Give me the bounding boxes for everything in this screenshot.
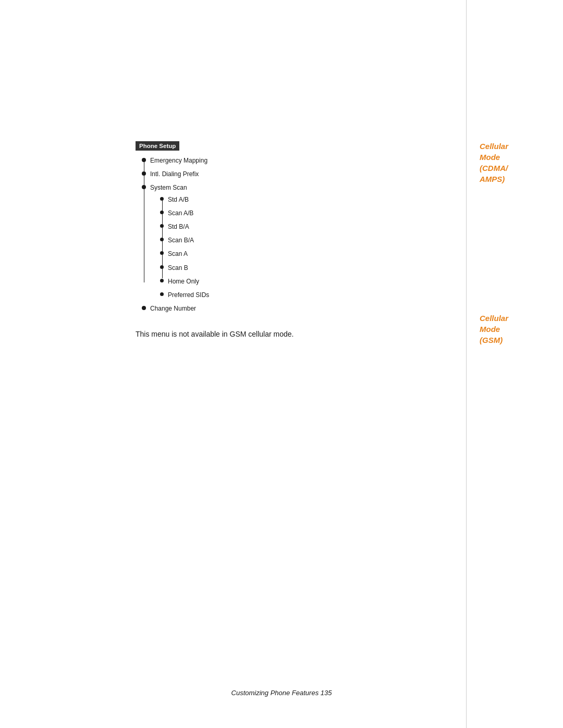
label-scan-ba: Scan B/A bbox=[168, 236, 194, 245]
bullet-preferred-sids bbox=[160, 292, 164, 296]
tree-item-scan-ab: Scan A/B bbox=[160, 208, 375, 218]
phone-setup-text: Phone Setup bbox=[139, 143, 176, 149]
main-content: Phone Setup Emergency Mapping Intl. Dial… bbox=[136, 141, 375, 339]
cdma-label-text: CellularMode(CDMA/AMPS) bbox=[480, 142, 508, 183]
tree-item-scan-b: Scan B bbox=[160, 263, 375, 273]
bullet-std-ab bbox=[160, 197, 164, 201]
tree-item-std-ab: Std A/B bbox=[160, 195, 375, 205]
bullet-system-scan bbox=[142, 185, 146, 189]
gsm-note-text: This menu is not available in GSM cellul… bbox=[136, 330, 293, 338]
label-home-only: Home Only bbox=[168, 277, 199, 287]
tree-item-emergency: Emergency Mapping bbox=[142, 156, 375, 166]
label-change-number: Change Number bbox=[150, 304, 196, 314]
system-scan-wrapper: System Scan Std A/B Scan A/B bbox=[142, 183, 375, 300]
label-emergency: Emergency Mapping bbox=[150, 156, 207, 166]
tree-item-system-scan: System Scan bbox=[142, 183, 375, 193]
label-scan-a: Scan A bbox=[168, 249, 188, 259]
footer: Customizing Phone Features 135 bbox=[0, 689, 563, 697]
label-system-scan: System Scan bbox=[150, 183, 187, 193]
footer-text: Customizing Phone Features 135 bbox=[231, 689, 332, 697]
tree-item-scan-ba: Scan B/A bbox=[160, 236, 375, 245]
bullet-change-number bbox=[142, 306, 146, 310]
bullet-emergency bbox=[142, 158, 146, 162]
sidebar-label-gsm: CellularMode(GSM) bbox=[480, 313, 542, 346]
tree-item-dialing: Intl. Dialing Prefix bbox=[142, 169, 375, 179]
label-std-ab: Std A/B bbox=[168, 195, 189, 205]
bullet-scan-a bbox=[160, 251, 164, 255]
tree-item-change-number: Change Number bbox=[142, 304, 375, 314]
gsm-label-text: CellularMode(GSM) bbox=[480, 314, 508, 344]
tree-item-preferred-sids: Preferred SIDs bbox=[160, 290, 375, 300]
vertical-divider bbox=[466, 0, 467, 728]
label-std-ba: Std B/A bbox=[168, 222, 189, 232]
sidebar-label-cdma: CellularMode(CDMA/AMPS) bbox=[480, 141, 542, 184]
bullet-std-ba bbox=[160, 224, 164, 228]
phone-setup-label: Phone Setup bbox=[136, 141, 179, 151]
label-scan-ab: Scan A/B bbox=[168, 208, 193, 218]
label-scan-b: Scan B bbox=[168, 263, 188, 273]
tree-item-home-only: Home Only bbox=[160, 277, 375, 287]
bullet-home-only bbox=[160, 279, 164, 282]
bullet-scan-ab bbox=[160, 211, 164, 214]
label-dialing: Intl. Dialing Prefix bbox=[150, 169, 199, 179]
gsm-note: This menu is not available in GSM cellul… bbox=[136, 329, 375, 339]
system-scan-children: Std A/B Scan A/B Std B/A S bbox=[160, 195, 375, 301]
bullet-dialing bbox=[142, 171, 146, 176]
bullet-scan-ba bbox=[160, 238, 164, 241]
tree-item-scan-a: Scan A bbox=[160, 249, 375, 259]
menu-tree: Emergency Mapping Intl. Dialing Prefix S… bbox=[142, 156, 375, 314]
label-preferred-sids: Preferred SIDs bbox=[168, 290, 209, 300]
tree-item-std-ba: Std B/A bbox=[160, 222, 375, 232]
page-container: CellularMode(CDMA/AMPS) CellularMode(GSM… bbox=[0, 0, 563, 728]
bullet-scan-b bbox=[160, 265, 164, 269]
